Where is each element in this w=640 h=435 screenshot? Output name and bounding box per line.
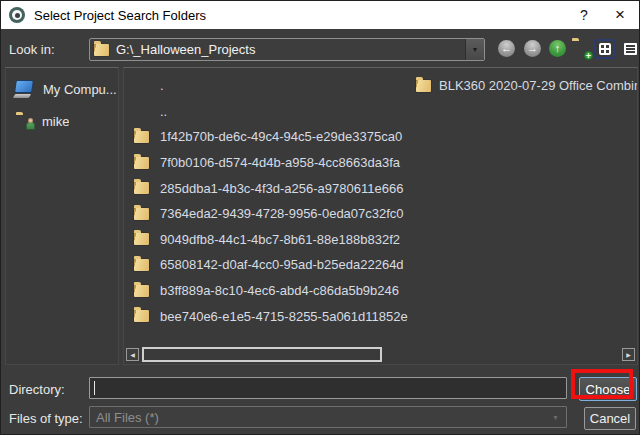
folder-icon bbox=[94, 44, 109, 56]
parent-directory-button[interactable]: ↑ bbox=[549, 40, 566, 57]
list-view-button[interactable] bbox=[594, 39, 615, 59]
plus-badge-icon: + bbox=[584, 51, 593, 60]
file-list-item[interactable]: 9049dfb8-44c1-4bc7-8b61-88e188b832f2 bbox=[132, 227, 637, 253]
app-icon bbox=[9, 7, 25, 23]
back-icon: ← bbox=[501, 40, 512, 57]
file-type-combobox[interactable]: All Files (*) ▼ bbox=[89, 406, 567, 428]
folder-icon bbox=[134, 182, 149, 194]
file-list-panel: . .. 1f42b70b-de6c-49c4-94c5-e29de3375ca… bbox=[123, 67, 638, 365]
sidebar-item-my-computer[interactable]: My Compu... bbox=[6, 74, 118, 104]
folder-icon bbox=[134, 285, 149, 297]
detail-view-icon bbox=[624, 43, 637, 55]
scroll-left-icon: ◀ bbox=[130, 352, 135, 358]
folder-icon bbox=[134, 208, 149, 220]
file-list-column-1: . .. 1f42b70b-de6c-49c4-94c5-e29de3375ca… bbox=[132, 73, 637, 329]
forward-button[interactable]: → bbox=[524, 40, 541, 57]
back-button[interactable]: ← bbox=[498, 40, 515, 57]
home-folder-icon bbox=[16, 115, 33, 128]
file-list-item[interactable]: 1f42b70b-de6c-49c4-94c5-e29de3375ca0 bbox=[132, 124, 637, 150]
look-in-label: Look in: bbox=[9, 42, 55, 57]
directory-input[interactable] bbox=[89, 377, 567, 399]
sidebar-item-label: mike bbox=[42, 114, 69, 129]
my-computer-icon bbox=[14, 81, 36, 98]
file-list-item[interactable]: 65808142-d0af-4cc0-95ad-b25eda22264d bbox=[132, 252, 637, 278]
directory-input-wrap bbox=[89, 377, 567, 399]
cancel-button[interactable]: Cancel bbox=[584, 407, 636, 430]
up-arrow-icon: ↑ bbox=[555, 40, 561, 57]
chevron-down-icon: ▼ bbox=[472, 46, 479, 53]
folder-icon bbox=[134, 233, 149, 245]
list-view-icon bbox=[599, 43, 611, 55]
horizontal-scrollbar[interactable]: ◀ ▶ bbox=[126, 347, 635, 362]
file-list-item[interactable]: BLK360 2020-07-29 Office Combin bbox=[414, 73, 637, 99]
scrollbar-thumb[interactable] bbox=[142, 347, 382, 362]
choose-button[interactable]: Choose bbox=[579, 377, 637, 401]
chevron-down-icon: ▼ bbox=[552, 414, 559, 421]
files-of-type-label: Files of type: bbox=[9, 411, 83, 426]
folder-icon bbox=[416, 80, 431, 92]
title-bar: Select Project Search Folders ? × bbox=[1, 1, 639, 29]
current-path: G:\_Halloween_Projects bbox=[116, 42, 465, 57]
file-list-item[interactable]: .. bbox=[132, 99, 637, 125]
file-list-item[interactable]: 285ddba1-4b3c-4f3d-a256-a9780611e666 bbox=[132, 175, 637, 201]
look-in-combobox[interactable]: G:\_Halloween_Projects ▼ bbox=[89, 38, 485, 61]
folder-icon bbox=[134, 157, 149, 169]
detail-view-button[interactable] bbox=[620, 39, 640, 59]
scrollbar-left-button[interactable]: ◀ bbox=[126, 348, 139, 361]
file-list-item[interactable]: 7f0b0106-d574-4d4b-a958-4cc8663da3fa bbox=[132, 150, 637, 176]
directory-label: Directory: bbox=[9, 382, 65, 397]
sidebar-item-label: My Compu... bbox=[43, 82, 117, 97]
places-sidebar: My Compu... mike bbox=[5, 67, 119, 365]
forward-icon: → bbox=[527, 40, 538, 57]
file-list-item[interactable]: bee740e6-e1e5-4715-8255-5a061d11852e bbox=[132, 303, 637, 329]
file-type-value: All Files (*) bbox=[96, 410, 159, 425]
help-button[interactable]: ? bbox=[567, 1, 601, 29]
folder-icon bbox=[134, 131, 149, 143]
file-list-item[interactable]: 7364eda2-9439-4728-9956-0eda07c32fc0 bbox=[132, 201, 637, 227]
close-button[interactable]: × bbox=[601, 1, 639, 29]
select-project-search-folders-dialog: Select Project Search Folders ? × Look i… bbox=[0, 0, 640, 435]
scroll-right-icon: ▶ bbox=[626, 352, 631, 358]
folder-icon bbox=[134, 310, 149, 322]
dialog-title: Select Project Search Folders bbox=[34, 8, 567, 23]
file-list-item[interactable]: b3ff889a-8c10-4ec6-abd4-c86da5b9b246 bbox=[132, 278, 637, 304]
folder-icon bbox=[134, 259, 149, 271]
text-caret bbox=[94, 381, 95, 395]
create-new-folder-button[interactable]: + bbox=[572, 41, 592, 57]
scrollbar-right-button[interactable]: ▶ bbox=[622, 348, 635, 361]
look-in-dropdown-button[interactable]: ▼ bbox=[465, 39, 484, 60]
sidebar-item-mike[interactable]: mike bbox=[6, 106, 118, 136]
